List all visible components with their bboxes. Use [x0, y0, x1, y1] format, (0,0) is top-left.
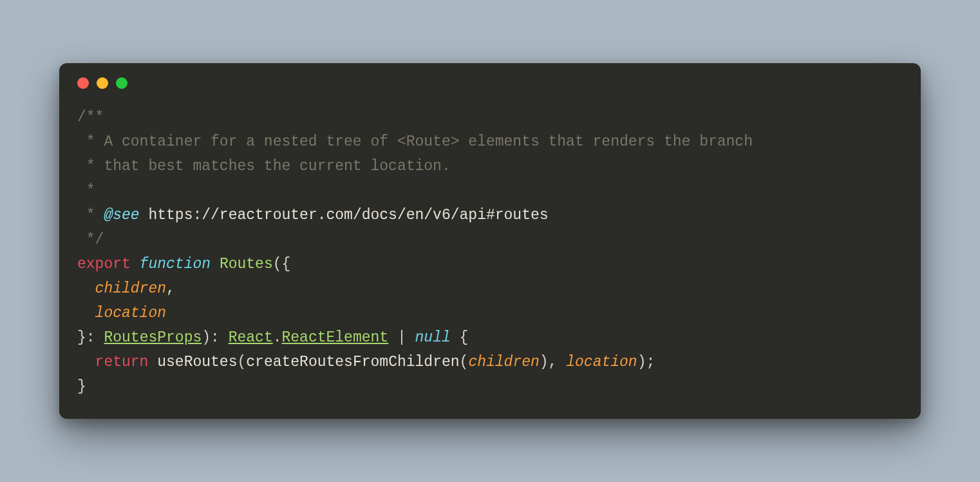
jsdoc-see-tag: @see: [104, 207, 139, 224]
comment-line: *: [77, 182, 95, 199]
comment-line: * that best matches the current location…: [77, 158, 451, 175]
call-createroutesfromchildren: createRoutesFromChildren: [246, 354, 459, 371]
type-reactelement: ReactElement: [282, 329, 389, 346]
function-name: Routes: [220, 256, 273, 273]
punct: ):: [202, 329, 228, 346]
param-location: location: [95, 305, 166, 322]
punct: ): [540, 354, 549, 371]
comment-line: *: [77, 207, 104, 224]
punct: (: [237, 354, 246, 371]
punct: }:: [77, 329, 104, 346]
keyword-export: export: [77, 256, 131, 273]
code-block: /** * A container for a nested tree of <…: [77, 106, 903, 399]
punct: ,: [549, 354, 567, 371]
brace-close: }: [77, 378, 86, 395]
punct: ({: [273, 256, 291, 273]
type-routesprops: RoutesProps: [104, 329, 202, 346]
param-children: children: [95, 280, 166, 297]
keyword-return: return: [95, 354, 149, 371]
window-traffic-lights: [77, 77, 903, 89]
type-react: React: [229, 329, 273, 346]
punct: .: [273, 329, 282, 346]
punct: (: [460, 354, 469, 371]
call-useroutes: useRoutes: [157, 354, 237, 371]
zoom-icon[interactable]: [116, 77, 127, 89]
close-icon[interactable]: [77, 77, 89, 89]
space: [148, 354, 157, 371]
punct: );: [637, 354, 655, 371]
punct: ,: [166, 280, 175, 297]
comment-line: */: [77, 231, 104, 248]
comment-line: * A container for a nested tree of <Rout…: [77, 133, 753, 150]
minimize-icon[interactable]: [97, 77, 108, 89]
type-null: null: [415, 329, 451, 346]
arg-location: location: [566, 354, 637, 371]
punct: |: [388, 329, 415, 346]
keyword-function: function: [140, 256, 211, 273]
code-window: /** * A container for a nested tree of <…: [59, 63, 921, 418]
punct: {: [451, 329, 469, 346]
arg-children: children: [468, 354, 539, 371]
jsdoc-see-url: https://reactrouter.com/docs/en/v6/api#r…: [140, 207, 549, 224]
indent: [77, 354, 95, 371]
comment-line: /**: [77, 109, 104, 126]
